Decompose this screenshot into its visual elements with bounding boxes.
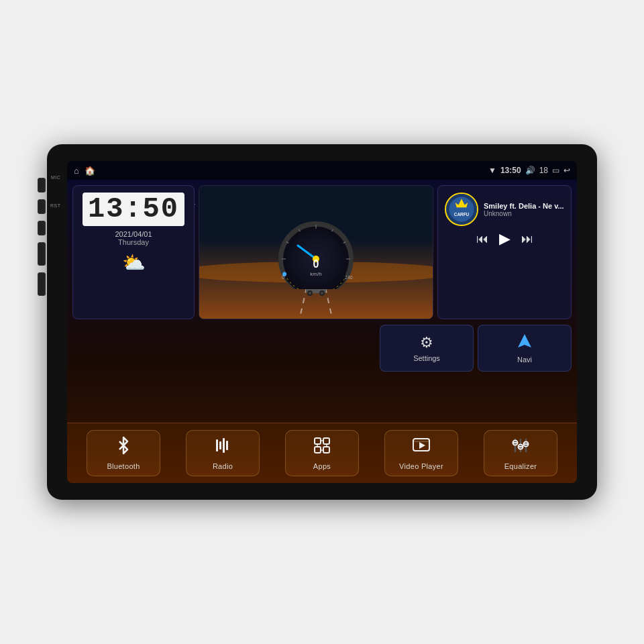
svg-rect-34 [219,441,221,449]
svg-point-10 [309,292,311,294]
gauge-container: 0 km/h 0 240 [272,215,360,289]
speedometer-widget: 0 km/h 0 240 [199,185,433,319]
equalizer-icon [511,436,530,460]
navi-label: Navi [517,356,532,364]
second-row: ⚙ Settings Navi [67,322,577,374]
spacer [67,374,577,423]
mic-label: MIC [51,175,60,180]
dock-equalizer[interactable]: Equalizer [484,430,557,476]
svg-rect-37 [315,438,321,444]
home2-icon[interactable]: 🏠 [85,166,95,176]
video-icon [412,436,431,460]
screen: ⌂ 🏠 ▼ 13:50 🔊 18 ▭ ↩ [67,161,577,483]
side-btn-vol-down[interactable] [38,272,46,296]
wifi-icon: ▼ [488,166,496,175]
svg-rect-33 [216,439,218,451]
svg-text:0: 0 [282,275,284,280]
play-button[interactable]: ▶ [499,230,511,248]
side-btn-back[interactable] [38,221,46,235]
music-artist: Unknown [484,210,564,217]
settings-icon: ⚙ [420,334,433,352]
svg-rect-35 [223,438,225,453]
music-info: Smiley ft. Delia - Ne v... Unknown [484,202,564,217]
svg-rect-36 [226,441,228,450]
svg-rect-38 [323,438,329,444]
album-art: CARFU [445,193,478,226]
music-top: CARFU Smiley ft. Delia - Ne v... Unknown [445,193,564,226]
svg-text:CARFU: CARFU [454,212,470,217]
battery-icon: ▭ [552,166,559,175]
prev-button[interactable]: ⏮ [476,232,488,246]
status-bar: ⌂ 🏠 ▼ 13:50 🔊 18 ▭ ↩ [67,161,577,180]
volume-icon: 🔊 [525,166,535,175]
music-widget: CARFU Smiley ft. Delia - Ne v... Unknown… [437,185,572,319]
dock-bluetooth[interactable]: Bluetooth [87,430,160,476]
status-time: 13:50 [500,166,521,175]
svg-marker-32 [518,334,531,347]
side-buttons [38,178,46,296]
radio-label: Radio [213,462,233,470]
clock-date: 2021/04/01 [83,230,184,238]
svg-marker-46 [419,442,425,449]
side-btn-power[interactable] [38,178,46,193]
car-head-unit: MIC RST ⌂ 🏠 ▼ 13:50 🔊 18 ▭ ↩ [47,144,597,500]
dock-apps[interactable]: Apps [285,430,359,476]
back-icon[interactable]: ↩ [564,166,570,175]
svg-rect-40 [323,447,329,453]
widgets-row: 13:50 2021/04/01 Thursday ⛅ [67,180,577,322]
svg-text:0: 0 [313,258,319,270]
gauge-svg: 0 km/h 0 240 [272,215,360,289]
next-button[interactable]: ⏭ [521,232,533,246]
music-title: Smiley ft. Delia - Ne v... [484,202,564,210]
apps-label: Apps [313,462,331,470]
navi-tile[interactable]: Navi [478,325,572,372]
status-right: ▼ 13:50 🔊 18 ▭ ↩ [488,166,570,175]
radio-icon [213,436,232,460]
dock-video[interactable]: Video Player [384,430,458,476]
svg-text:km/h: km/h [310,271,321,277]
settings-label: Settings [413,354,440,362]
dock-radio[interactable]: Radio [186,430,260,476]
equalizer-label: Equalizer [504,462,537,470]
bottom-dock: Bluetooth Radio [67,423,577,483]
main-content: 13:50 2021/04/01 Thursday ⛅ [67,180,577,483]
side-btn-home[interactable] [38,199,46,214]
svg-rect-39 [315,447,321,453]
weather-icon: ⛅ [83,252,184,274]
rst-label: RST [50,203,61,208]
side-btn-vol-up[interactable] [38,242,46,266]
settings-tile[interactable]: ⚙ Settings [380,325,474,372]
bluetooth-label: Bluetooth [107,462,140,470]
clock-time: 13:50 [83,193,184,226]
clock-day: Thursday [83,238,184,246]
bluetooth-icon [114,436,133,460]
video-label: Video Player [399,462,443,470]
apps-icon [313,436,331,460]
home-icon[interactable]: ⌂ [74,166,79,176]
volume-level: 18 [539,166,548,175]
svg-text:240: 240 [345,275,353,280]
svg-point-12 [321,292,323,294]
clock-widget: 13:50 2021/04/01 Thursday ⛅ [72,185,195,319]
status-left-icons: ⌂ 🏠 [74,166,95,176]
navi-icon [517,333,533,353]
music-controls: ⏮ ▶ ⏭ [445,230,564,248]
